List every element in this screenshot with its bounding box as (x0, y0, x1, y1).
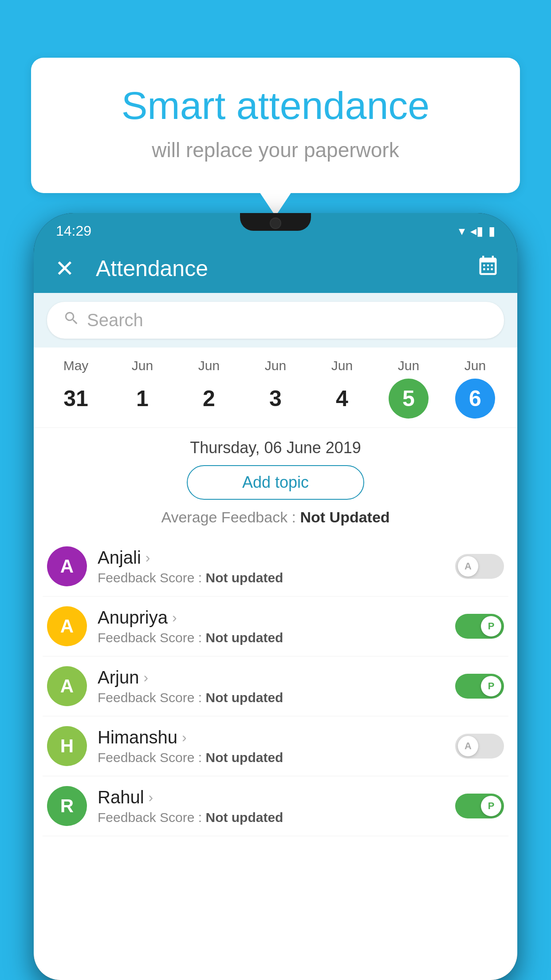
toggle-container[interactable]: A (455, 554, 504, 579)
search-input-placeholder[interactable]: Search (87, 310, 143, 330)
calendar-date-number: 5 (389, 379, 429, 419)
battery-icon: ▮ (488, 224, 495, 238)
toggle-container[interactable]: P (455, 614, 504, 639)
chevron-icon: › (143, 669, 148, 686)
phone-notch (240, 213, 311, 231)
student-name: Rahul › (98, 787, 445, 807)
calendar-month-label: Jun (464, 358, 486, 373)
avg-feedback-value: Not Updated (300, 509, 390, 526)
student-score: Feedback Score : Not updated (98, 570, 445, 585)
attendance-toggle[interactable]: P (455, 674, 504, 699)
student-info: Anupriya ›Feedback Score : Not updated (98, 608, 445, 645)
toggle-container[interactable]: A (455, 734, 504, 759)
wifi-icon: ▾ (459, 224, 465, 238)
student-avatar: R (47, 786, 87, 826)
student-avatar: H (47, 726, 87, 766)
calendar-day[interactable]: Jun2 (189, 358, 229, 419)
calendar-strip: May31Jun1Jun2Jun3Jun4Jun5Jun6 (34, 348, 517, 428)
avg-feedback: Average Feedback : Not Updated (34, 509, 517, 526)
student-score: Feedback Score : Not updated (98, 810, 445, 825)
app-bar-title: Attendance (96, 256, 459, 281)
calendar-month-label: Jun (132, 358, 153, 373)
student-avatar: A (47, 546, 87, 586)
speech-bubble: Smart attendance will replace your paper… (31, 58, 520, 193)
chevron-icon: › (146, 549, 150, 566)
avg-feedback-label: Average Feedback : (161, 509, 300, 526)
toggle-knob: P (481, 676, 501, 696)
speech-bubble-wrapper: Smart attendance will replace your paper… (31, 58, 520, 193)
bubble-subtitle: will replace your paperwork (67, 138, 484, 162)
search-bar-container: Search (34, 293, 517, 348)
calendar-day[interactable]: Jun4 (322, 358, 362, 419)
phone-screen: Search May31Jun1Jun2Jun3Jun4Jun5Jun6 Thu… (34, 293, 517, 980)
student-info: Arjun ›Feedback Score : Not updated (98, 668, 445, 705)
student-list: AAnjali ›Feedback Score : Not updatedAAA… (34, 537, 517, 836)
student-score: Feedback Score : Not updated (98, 630, 445, 645)
add-topic-button[interactable]: Add topic (187, 465, 364, 500)
toggle-container[interactable]: P (455, 794, 504, 818)
student-name: Himanshu › (98, 727, 445, 747)
student-item[interactable]: AArjun ›Feedback Score : Not updatedP (43, 656, 508, 716)
calendar-day[interactable]: Jun1 (122, 358, 162, 419)
calendar-month-label: Jun (398, 358, 419, 373)
calendar-date-number: 6 (455, 379, 495, 419)
search-icon (63, 310, 80, 331)
calendar-month-label: Jun (265, 358, 286, 373)
calendar-date-number: 1 (122, 379, 162, 419)
student-info: Himanshu ›Feedback Score : Not updated (98, 727, 445, 765)
calendar-month-label: May (63, 358, 89, 373)
toggle-knob: A (458, 736, 478, 756)
student-info: Anjali ›Feedback Score : Not updated (98, 548, 445, 585)
toggle-knob: A (458, 556, 478, 577)
date-heading: Thursday, 06 June 2019 (34, 428, 517, 465)
calendar-day[interactable]: Jun6 (455, 358, 495, 419)
chevron-icon: › (149, 789, 153, 806)
chevron-icon: › (182, 729, 187, 746)
student-item[interactable]: AAnjali ›Feedback Score : Not updatedA (43, 537, 508, 597)
phone-camera (270, 217, 281, 229)
student-name: Arjun › (98, 668, 445, 688)
calendar-date-number: 4 (322, 379, 362, 419)
student-score: Feedback Score : Not updated (98, 690, 445, 705)
status-icons: ▾ ◂▮ ▮ (459, 224, 495, 238)
calendar-date-number: 3 (256, 379, 295, 419)
student-info: Rahul ›Feedback Score : Not updated (98, 787, 445, 825)
calendar-day[interactable]: May31 (56, 358, 96, 419)
student-avatar: A (47, 606, 87, 646)
toggle-container[interactable]: P (455, 674, 504, 699)
calendar-day[interactable]: Jun5 (389, 358, 429, 419)
attendance-toggle[interactable]: A (455, 554, 504, 579)
calendar-month-label: Jun (198, 358, 220, 373)
student-score: Feedback Score : Not updated (98, 750, 445, 765)
student-name: Anjali › (98, 548, 445, 568)
calendar-date-number: 31 (56, 379, 96, 419)
student-avatar: A (47, 666, 87, 706)
app-bar: ✕ Attendance (34, 244, 517, 293)
chevron-icon: › (172, 609, 177, 626)
attendance-toggle[interactable]: A (455, 734, 504, 759)
attendance-toggle[interactable]: P (455, 794, 504, 818)
attendance-toggle[interactable]: P (455, 614, 504, 639)
calendar-month-label: Jun (331, 358, 353, 373)
close-button[interactable]: ✕ (51, 255, 78, 282)
signal-icon: ◂▮ (470, 224, 483, 238)
calendar-date-number: 2 (189, 379, 229, 419)
toggle-knob: P (481, 616, 501, 636)
calendar-icon[interactable] (476, 255, 500, 283)
status-time: 14:29 (56, 223, 91, 239)
bubble-title: Smart attendance (67, 84, 484, 127)
student-item[interactable]: AAnupriya ›Feedback Score : Not updatedP (43, 597, 508, 656)
student-name: Anupriya › (98, 608, 445, 628)
calendar-day[interactable]: Jun3 (256, 358, 295, 419)
toggle-knob: P (481, 796, 501, 816)
search-bar[interactable]: Search (47, 302, 504, 339)
student-item[interactable]: RRahul ›Feedback Score : Not updatedP (43, 776, 508, 836)
phone-frame: 14:29 ▾ ◂▮ ▮ ✕ Attendance Search (34, 213, 517, 980)
student-item[interactable]: HHimanshu ›Feedback Score : Not updatedA (43, 716, 508, 776)
